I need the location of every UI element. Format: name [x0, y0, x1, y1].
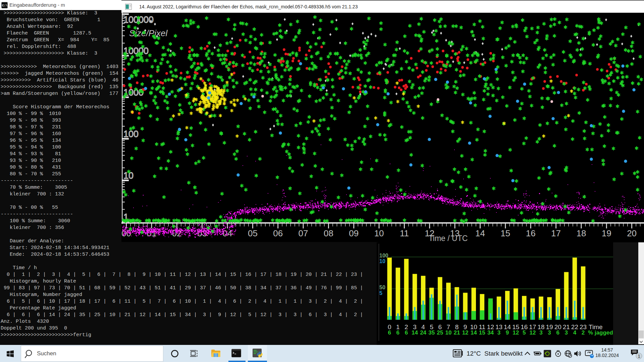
- svg-text:10: 10: [379, 258, 385, 264]
- svg-text:18: 18: [576, 228, 586, 238]
- svg-text:3: 3: [497, 329, 500, 336]
- svg-text:25: 25: [437, 329, 443, 336]
- svg-text:1: 1: [638, 354, 640, 359]
- svg-text:10: 10: [374, 228, 384, 238]
- svg-text:17: 17: [551, 228, 561, 238]
- svg-text:3: 3: [565, 329, 568, 336]
- svg-text:6: 6: [396, 329, 399, 336]
- svg-text:3: 3: [548, 329, 551, 336]
- svg-text:08: 08: [324, 228, 333, 238]
- svg-text:50: 50: [379, 285, 385, 290]
- svg-text:10: 10: [445, 329, 451, 336]
- svg-text:C:\: C:\: [2, 4, 8, 7]
- svg-text:19: 19: [602, 228, 611, 238]
- svg-text:20: 20: [627, 228, 637, 238]
- svg-text:35: 35: [428, 329, 435, 336]
- svg-text:15: 15: [500, 228, 510, 238]
- svg-text:24: 24: [420, 329, 426, 336]
- svg-text:14: 14: [475, 228, 485, 238]
- svg-text:4: 4: [573, 329, 577, 336]
- svg-text:06: 06: [273, 228, 283, 238]
- svg-text:05: 05: [248, 228, 258, 238]
- svg-text:12: 12: [513, 329, 519, 336]
- svg-text:12: 12: [462, 329, 469, 336]
- svg-text:6: 6: [405, 329, 408, 336]
- svg-text:07: 07: [299, 228, 308, 238]
- svg-text:09: 09: [349, 228, 359, 238]
- svg-text:% jagged: % jagged: [588, 329, 613, 336]
- svg-text:6: 6: [388, 329, 391, 336]
- svg-text:6: 6: [556, 329, 559, 336]
- svg-text:Time / UTC: Time / UTC: [429, 234, 468, 242]
- svg-text:9: 9: [506, 329, 509, 336]
- svg-text:100: 100: [379, 253, 388, 258]
- svg-text:5: 5: [379, 290, 382, 296]
- svg-text:16: 16: [526, 228, 536, 238]
- svg-text:15: 15: [479, 329, 485, 336]
- svg-text:14: 14: [471, 329, 477, 336]
- svg-text:3: 3: [539, 329, 542, 336]
- svg-text:14: 14: [412, 329, 418, 336]
- svg-text:11: 11: [400, 228, 409, 238]
- svg-text:12: 12: [529, 329, 536, 336]
- svg-text:2: 2: [582, 329, 585, 336]
- svg-text:5: 5: [523, 329, 526, 336]
- svg-text:34: 34: [487, 329, 494, 336]
- svg-text:21: 21: [454, 329, 460, 336]
